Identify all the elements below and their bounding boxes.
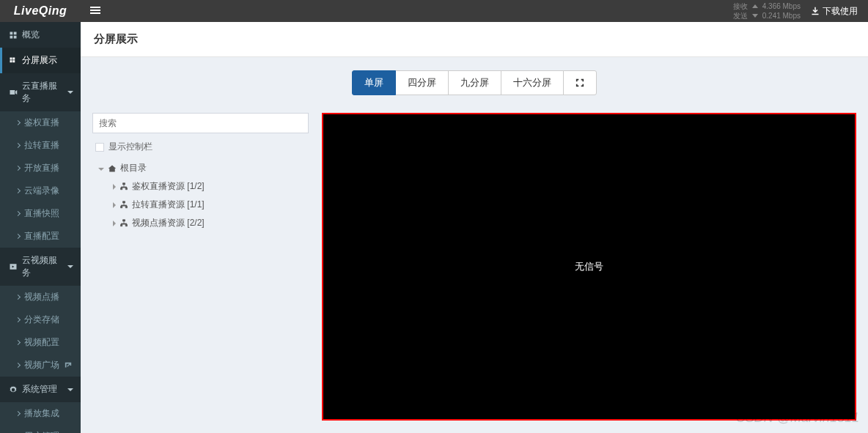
chevron-down-icon: [67, 388, 73, 391]
no-signal-label: 无信号: [575, 260, 603, 273]
sidebar-sub-直播快照[interactable]: 直播快照: [0, 202, 81, 225]
angle-right-icon: [15, 166, 21, 171]
network-stats: 接收 4.366 Mbps 发送 0.241 Mbps: [733, 1, 801, 21]
twisty-icon: [113, 221, 116, 226]
show-controls-checkbox[interactable]: 显示控制栏: [95, 141, 309, 153]
sitemap-icon: [119, 219, 128, 228]
sidebar-sub-鉴权直播[interactable]: 鉴权直播: [0, 111, 81, 134]
sidebar-sub-分类存储[interactable]: 分类存储: [0, 308, 81, 331]
grid-icon: [9, 56, 18, 65]
rx-label: 接收: [733, 1, 748, 11]
page-title: 分屏展示: [81, 22, 868, 57]
tree-node[interactable]: 鉴权直播资源 [1/2]: [92, 177, 309, 196]
tab-单屏[interactable]: 单屏: [352, 70, 396, 95]
svg-rect-1: [90, 10, 100, 11]
sidebar-sub-label: 视频配置: [24, 336, 59, 349]
sidebar-item-系统管理[interactable]: 系统管理: [0, 377, 81, 402]
screen-split-tabs: 单屏四分屏九分屏十六分屏: [352, 70, 597, 95]
angle-right-icon: [15, 188, 21, 193]
twisty-icon: [113, 202, 116, 208]
sidebar-sub-视频配置[interactable]: 视频配置: [0, 331, 81, 354]
tree-node-label: 拉转直播资源 [1/1]: [132, 199, 205, 211]
sidebar-sub-开放直播[interactable]: 开放直播: [0, 157, 81, 180]
main-content: 分屏展示 单屏四分屏九分屏十六分屏 显示控制栏 根目录 鉴权直播资源 [1/2]…: [81, 22, 868, 433]
chevron-down-icon: [67, 265, 73, 268]
sidebar-sub-label: 拉转直播: [24, 139, 59, 152]
sidebar-sub-label: 云端录像: [24, 185, 59, 197]
chevron-down-icon: [67, 91, 73, 94]
sidebar-sub-播放集成[interactable]: 播放集成: [0, 402, 81, 425]
sidebar: 概览分屏展示云直播服务鉴权直播拉转直播开放直播云端录像直播快照直播配置云视频服务…: [0, 22, 81, 433]
sidebar-item-概览[interactable]: 概览: [0, 22, 81, 48]
sidebar-sub-拉转直播[interactable]: 拉转直播: [0, 134, 81, 157]
svg-rect-2: [90, 12, 100, 14]
sidebar-sub-用户管理[interactable]: 用户管理: [0, 425, 81, 433]
tab-四分屏[interactable]: 四分屏: [395, 70, 449, 95]
tab-十六分屏[interactable]: 十六分屏: [501, 70, 564, 95]
sidebar-item-label: 云视频服务: [22, 254, 63, 279]
angle-right-icon: [15, 295, 21, 300]
angle-right-icon: [15, 234, 21, 239]
sidebar-item-label: 云直播服务: [22, 80, 63, 105]
menu-toggle-button[interactable]: [81, 5, 110, 18]
search-input[interactable]: [92, 113, 309, 133]
top-bar: LiveQing 接收 4.366 Mbps 发送 0.241 Mbps 下载使…: [0, 0, 868, 22]
sidebar-sub-label: 用户管理: [24, 430, 59, 433]
sidebar-sub-label: 视频点播: [24, 291, 59, 303]
tree-node[interactable]: 视频点播资源 [2/2]: [92, 214, 309, 232]
video-icon: [9, 88, 18, 97]
angle-right-icon: [15, 411, 21, 416]
twisty-icon: [98, 168, 104, 171]
angle-right-icon: [15, 211, 21, 216]
sidebar-item-云视频服务[interactable]: 云视频服务: [0, 248, 81, 286]
arrow-down-icon: [752, 14, 758, 18]
sidebar-item-云直播服务[interactable]: 云直播服务: [0, 73, 81, 111]
sidebar-sub-label: 视频广场: [24, 359, 59, 371]
arrow-up-icon: [752, 4, 758, 8]
angle-right-icon: [15, 143, 21, 148]
sidebar-sub-label: 播放集成: [24, 407, 59, 420]
sidebar-sub-云端录像[interactable]: 云端录像: [0, 180, 81, 202]
angle-right-icon: [15, 340, 21, 345]
tx-value: 0.241 Mbps: [762, 11, 801, 21]
rx-value: 4.366 Mbps: [762, 1, 801, 11]
download-icon: [811, 7, 820, 15]
tab-九分屏[interactable]: 九分屏: [448, 70, 501, 95]
sidebar-sub-视频广场[interactable]: 视频广场: [0, 354, 81, 377]
sidebar-item-分屏展示[interactable]: 分屏展示: [0, 48, 81, 73]
sitemap-icon: [119, 182, 128, 191]
sidebar-item-label: 分屏展示: [22, 54, 57, 67]
youtube-icon: [9, 262, 18, 271]
download-button[interactable]: 下载使用: [811, 5, 858, 18]
sidebar-sub-label: 直播快照: [24, 207, 59, 220]
brand-logo: LiveQing: [0, 4, 81, 18]
sidebar-sub-视频点播[interactable]: 视频点播: [0, 286, 81, 308]
tree-node[interactable]: 拉转直播资源 [1/1]: [92, 196, 309, 214]
tree-node-label: 视频点播资源 [2/2]: [132, 217, 205, 229]
sitemap-icon: [119, 201, 128, 210]
fullscreen-button[interactable]: [563, 70, 597, 95]
video-panel[interactable]: 无信号: [322, 113, 856, 421]
sidebar-sub-直播配置[interactable]: 直播配置: [0, 225, 81, 248]
dashboard-icon: [9, 31, 18, 40]
show-controls-label: 显示控制栏: [108, 141, 152, 153]
tree-root[interactable]: 根目录: [92, 159, 309, 177]
sidebar-sub-label: 鉴权直播: [24, 116, 59, 129]
hamburger-icon: [90, 5, 100, 15]
gear-icon: [9, 385, 18, 394]
sidebar-sub-label: 开放直播: [24, 162, 59, 174]
external-link-icon: [64, 362, 73, 369]
checkbox-icon: [95, 143, 104, 152]
angle-right-icon: [15, 120, 21, 125]
tree-node-label: 鉴权直播资源 [1/2]: [132, 180, 205, 193]
sidebar-item-label: 概览: [22, 29, 40, 41]
fullscreen-icon: [575, 78, 584, 87]
home-icon: [108, 164, 117, 173]
resource-tree: 根目录 鉴权直播资源 [1/2]拉转直播资源 [1/1]视频点播资源 [2/2]: [92, 159, 309, 232]
sidebar-sub-label: 直播配置: [24, 230, 59, 243]
left-panel: 显示控制栏 根目录 鉴权直播资源 [1/2]拉转直播资源 [1/1]视频点播资源…: [92, 113, 309, 232]
tree-root-label: 根目录: [120, 162, 147, 174]
svg-rect-0: [90, 7, 100, 8]
download-label: 下载使用: [823, 5, 858, 18]
twisty-icon: [113, 184, 116, 190]
